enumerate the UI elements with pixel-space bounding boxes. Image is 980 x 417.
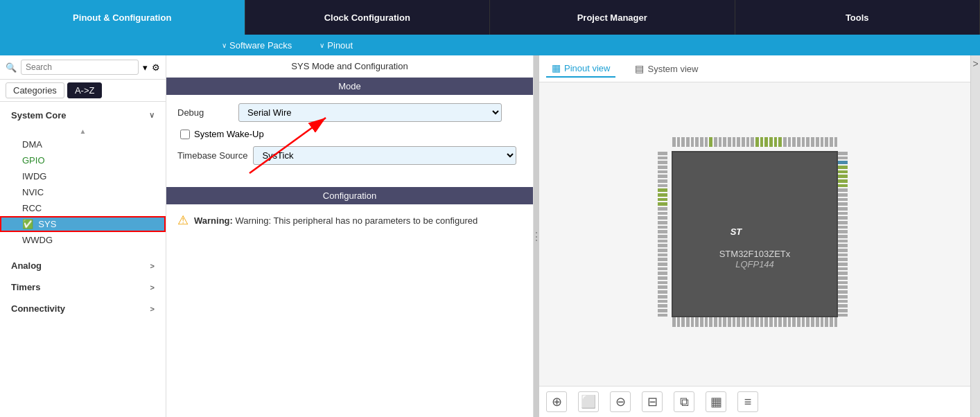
debug-select[interactable]: Serial Wire — [238, 103, 502, 122]
pin — [821, 137, 824, 147]
sidebar-content: System Core ∨ ▲ DMA GPIO IWDG NVIC — [0, 102, 166, 417]
tab-system-view[interactable]: ▤ System view — [629, 60, 703, 78]
sidebar-item-system-core[interactable]: System Core ∨ — [0, 105, 166, 126]
zoom-in-button[interactable]: ⊕ — [546, 391, 567, 412]
rotate-button[interactable]: ⧉ — [674, 391, 694, 412]
sidebar-item-analog[interactable]: Analog > — [0, 255, 166, 276]
pin — [658, 249, 667, 252]
grid2-button[interactable]: ≡ — [737, 391, 758, 412]
tab-categories[interactable]: Categories — [6, 82, 64, 98]
sidebar-item-wwdg[interactable]: WWDG — [0, 232, 166, 248]
warning-text: Warning: Warning: This peripheral has no… — [194, 215, 478, 226]
pin — [769, 317, 773, 327]
nav-tools[interactable]: Tools — [735, 0, 981, 35]
fit-button[interactable]: ⬜ — [578, 391, 599, 412]
pin — [658, 281, 667, 285]
right-edge-arrow[interactable]: > — [972, 58, 978, 69]
pin — [691, 317, 694, 327]
pin — [700, 137, 703, 147]
tab-pinout-view[interactable]: ▦ Pinout view — [546, 60, 615, 78]
pin — [783, 317, 787, 327]
pin — [838, 272, 848, 275]
pin — [658, 216, 667, 220]
pinout-menu[interactable]: ∨ Pinout — [320, 40, 353, 51]
pin — [821, 317, 824, 327]
pin — [658, 244, 667, 247]
mode-section-header: Mode — [166, 78, 533, 95]
pin — [816, 137, 819, 147]
pin — [778, 317, 782, 327]
pin — [838, 179, 848, 183]
sidebar-item-rcc[interactable]: RCC — [0, 200, 166, 216]
st-logo: ST — [719, 199, 791, 246]
pin — [838, 198, 848, 202]
pin — [838, 244, 848, 247]
pin — [838, 161, 848, 164]
sidebar-item-nvic[interactable]: NVIC — [0, 184, 166, 200]
pin — [672, 317, 676, 327]
nav-pinout[interactable]: Pinout & Configuration — [0, 0, 245, 35]
pin — [838, 221, 848, 224]
pan-button[interactable]: ⊟ — [642, 391, 663, 412]
pin — [709, 317, 712, 327]
pin — [658, 314, 667, 317]
pin — [658, 295, 667, 299]
pin — [658, 161, 667, 164]
system-wakeup-label: System Wake-Up — [194, 129, 264, 139]
pin — [788, 317, 791, 327]
pin — [658, 235, 667, 238]
sidebar-item-timers[interactable]: Timers > — [0, 276, 166, 298]
timebase-select[interactable]: SysTick — [253, 146, 516, 165]
scroll-up-indicator: ▲ — [0, 126, 166, 136]
pin — [742, 317, 745, 327]
right-toolbar: ⊕ ⬜ ⊖ ⊟ ⧉ ▦ ≡ — [539, 386, 970, 417]
system-wakeup-checkbox[interactable] — [180, 130, 190, 139]
zoom-out-button[interactable]: ⊖ — [610, 391, 631, 412]
gear-icon[interactable]: ⚙ — [152, 62, 160, 73]
main-layout: 🔍 ▾ ⚙ Categories A->Z System Core ∨ — [0, 55, 980, 417]
pin — [792, 317, 796, 327]
pin — [723, 317, 726, 327]
pin — [686, 137, 690, 147]
pin — [658, 179, 667, 183]
sidebar-item-sys[interactable]: ✅ SYS — [0, 216, 166, 232]
sidebar: 🔍 ▾ ⚙ Categories A->Z System Core ∨ — [0, 55, 166, 417]
pin — [838, 290, 848, 294]
search-icon: 🔍 — [6, 62, 17, 73]
timebase-label: Timebase Source — [177, 150, 247, 161]
pin — [658, 184, 667, 188]
pins-left — [658, 151, 672, 317]
pin — [658, 207, 667, 211]
pin — [658, 258, 667, 261]
chip-wrapper: ST STM32F103ZETx LQFP144 — [658, 137, 852, 331]
pin — [681, 137, 685, 147]
sidebar-item-connectivity[interactable]: Connectivity > — [0, 298, 166, 319]
sidebar-item-gpio[interactable]: GPIO — [0, 152, 166, 168]
nav-clock[interactable]: Clock Configuration — [245, 0, 491, 35]
pin — [838, 152, 848, 155]
pin — [838, 249, 848, 252]
panel-divider[interactable] — [534, 55, 539, 417]
search-input[interactable] — [21, 60, 139, 75]
pin — [838, 175, 848, 178]
checkmark-icon: ✅ — [22, 219, 33, 229]
sidebar-item-dma[interactable]: DMA — [0, 136, 166, 152]
nav-project[interactable]: Project Manager — [490, 0, 735, 35]
dropdown-arrow[interactable]: ▾ — [143, 62, 148, 73]
pin — [838, 193, 848, 197]
pin — [695, 137, 699, 147]
right-edge: > — [970, 55, 980, 417]
tab-atoz[interactable]: A->Z — [67, 82, 103, 98]
pin — [742, 137, 745, 147]
pin — [788, 137, 791, 147]
sidebar-item-iwdg[interactable]: IWDG — [0, 168, 166, 184]
pin — [658, 188, 667, 192]
pin — [658, 254, 667, 257]
system-wakeup-row: System Wake-Up — [177, 129, 522, 139]
pin — [658, 309, 667, 312]
pin — [746, 317, 750, 327]
software-packs-menu[interactable]: ∨ Software Packs — [222, 40, 292, 51]
pin — [737, 317, 740, 327]
pin — [658, 272, 667, 275]
grid1-button[interactable]: ▦ — [706, 391, 726, 412]
